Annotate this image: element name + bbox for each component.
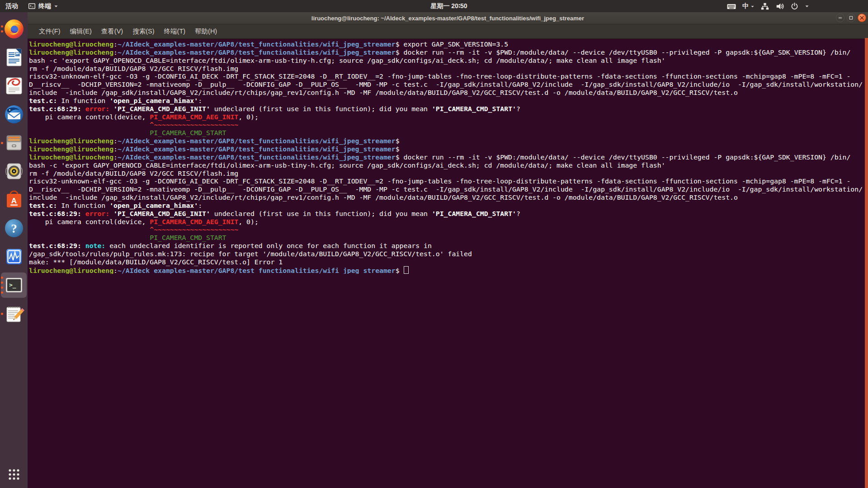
system-monitor-icon (4, 246, 24, 267)
terminal-text-segment: liruocheng@liruocheng (29, 267, 113, 274)
svg-text:A: A (11, 197, 16, 205)
terminal-text-segment: $ (396, 137, 400, 145)
terminal-text-segment: error: (85, 105, 109, 113)
minimize-button[interactable] (836, 14, 844, 22)
terminal-line: pi_camera_control(device, PI_CAMERA_CMD_… (29, 113, 868, 121)
dock-item-files[interactable] (0, 132, 28, 153)
input-method-label: 中 (742, 2, 749, 10)
app-menu[interactable]: 终端 (24, 0, 63, 12)
terminal-text-segment: ? (516, 210, 520, 217)
terminal-text-segment: rm -f /module/data/BUILD/GAP8_V2/GCC_RIS… (29, 169, 238, 177)
terminal-line: pi_camera_control(device, PI_CAMERA_CMD_… (29, 218, 868, 226)
volume-icon[interactable] (775, 2, 784, 11)
terminal-text-segment: 'PI_CAMERA_CMD_AEG_INIT' (113, 105, 210, 113)
terminal-text-segment: 'PI_CAMERA_CMD_START' (432, 210, 516, 217)
dock-item-ubuntu-software[interactable]: A (0, 189, 28, 210)
terminal-text-segment: pi_camera_control(device, (29, 218, 150, 225)
terminal-app-icon (28, 2, 36, 10)
power-icon[interactable] (790, 2, 799, 10)
terminal-text-segment: test.c: (29, 202, 57, 209)
menu-view[interactable]: 查看(V) (97, 26, 127, 37)
terminal-text-segment: ~/AIdeck_examples-master/GAP8/test_funct… (118, 267, 396, 274)
terminal-text-segment: test.c:68:29: (29, 210, 81, 217)
terminal-text-segment: ^~~~~~~~~~~~~~~~~~~~~~ (150, 121, 238, 128)
menu-search[interactable]: 搜索(S) (128, 26, 158, 37)
dock-item-terminal[interactable]: >_ (0, 275, 28, 296)
maximize-button[interactable] (847, 14, 855, 22)
terminal-text-segment: $ (396, 267, 404, 274)
terminal-text-segment: ? (516, 105, 520, 113)
firefox-icon (4, 19, 24, 39)
terminal-line: include -include /gap_sdk/install/GAP8_V… (29, 193, 868, 202)
terminal-text-segment: riscv32-unknown-elf-gcc -O3 -g -DCONFIG_… (29, 72, 850, 80)
terminal-line: make: *** [/module/data/BUILD/GAP8_V2/GC… (29, 258, 868, 266)
terminal-text-segment: /gap_sdk/tools/rules/pulp_rules.mk:173: … (29, 250, 472, 258)
dock-item-libreoffice-writer[interactable] (0, 47, 28, 68)
terminal-text-segment (29, 225, 150, 233)
network-icon[interactable] (760, 2, 769, 11)
show-applications-button[interactable] (8, 468, 20, 481)
chevron-down-icon (54, 4, 58, 9)
clock[interactable]: 星期一 20∶50 (430, 0, 467, 12)
terminal-text-segment: test.c:68:29: (29, 242, 81, 249)
terminal-line: liruocheng@liruocheng:~/AIdeck_examples-… (29, 145, 868, 153)
terminal-line: bash -c 'export GAPY_OPENOCD_CABLE=inter… (29, 161, 868, 169)
dock-item-thunderbird[interactable] (0, 104, 28, 125)
terminal-line: rm -f /module/data/BUILD/GAP8_V2/GCC_RIS… (29, 169, 868, 178)
terminal-text-segment (29, 129, 150, 136)
terminal-line: riscv32-unknown-elf-gcc -O3 -g -DCONFIG_… (29, 72, 868, 80)
menu-terminal[interactable]: 终端(T) (160, 26, 190, 37)
terminal-text-segment: : (198, 202, 202, 209)
help-icon: ? (4, 218, 24, 239)
terminal-line: ^~~~~~~~~~~~~~~~~~~~~~ (29, 121, 868, 129)
svg-text:>_: >_ (9, 282, 16, 289)
scrollbar-thumb[interactable] (865, 38, 868, 488)
terminal-text-segment: D__riscv__ -DCHIP_VERSION=2 -mnativeomp … (29, 185, 863, 193)
input-method-indicator[interactable]: 中 (742, 2, 755, 10)
thunderbird-icon (4, 104, 24, 125)
terminal-text-segment: rm -f /module/data/BUILD/GAP8_V2/GCC_RIS… (29, 65, 238, 72)
terminal-line: test.c:68:29: note: each undeclared iden… (29, 242, 868, 250)
terminal-text-segment: In function (57, 97, 109, 104)
dock-item-system-monitor[interactable] (0, 246, 28, 267)
close-button[interactable] (858, 14, 866, 22)
activities-button[interactable]: 活动 (0, 0, 24, 12)
terminal-line: D__riscv__ -DCHIP_VERSION=2 -mnativeomp … (29, 80, 868, 89)
menu-help[interactable]: 帮助(H) (191, 26, 221, 37)
text-editor-icon (4, 303, 24, 324)
chevron-down-icon[interactable] (805, 4, 809, 9)
running-indicator (1, 132, 3, 153)
terminal-text-segment: In function (57, 202, 109, 209)
terminal-line: test.c: In function 'open_pi_camera_hima… (29, 97, 868, 105)
terminal-line: liruocheng@liruocheng:~/AIdeck_examples-… (29, 48, 868, 56)
terminal-text-segment: $ docker run --rm -it -v $PWD:/module/da… (396, 48, 851, 56)
terminal-text-segment: liruocheng@liruocheng (29, 48, 113, 56)
dock-item-rhythmbox[interactable] (0, 161, 28, 182)
terminal-content[interactable]: liruocheng@liruocheng:~/AIdeck_examples-… (28, 39, 868, 488)
dock-item-firefox[interactable] (0, 19, 28, 39)
keyboard-icon[interactable] (726, 1, 736, 11)
terminal-text-segment (81, 242, 85, 249)
terminal-text-segment: undeclared (first use in this function);… (210, 210, 432, 217)
chevron-down-icon (750, 3, 755, 10)
terminal-text-segment: liruocheng@liruocheng (29, 153, 113, 161)
svg-text:?: ? (11, 222, 17, 235)
terminal-text-segment: pi_camera_control(device, (29, 113, 150, 121)
terminal-text-segment: each undeclared identifier is reported o… (105, 242, 432, 249)
menu-edit[interactable]: 编辑(E) (66, 26, 96, 37)
terminal-text-segment: note: (85, 242, 106, 249)
ubuntu-software-icon: A (4, 189, 24, 210)
title-bar[interactable]: liruocheng@liruocheng: ~/AIdeck_examples… (28, 12, 868, 24)
terminal-text-segment: undeclared (first use in this function);… (210, 105, 432, 113)
dock-item-document-viewer[interactable] (0, 75, 28, 96)
terminal-text-segment (109, 105, 113, 113)
terminal-text-segment: : (113, 40, 118, 48)
dock-item-help[interactable]: ? (0, 218, 28, 239)
terminal-text-segment: bash -c 'export GAPY_OPENOCD_CABLE=inter… (29, 56, 665, 64)
dock-item-text-editor[interactable] (0, 303, 28, 324)
terminal-line: test.c:68:29: error: 'PI_CAMERA_CMD_AEG_… (29, 105, 868, 113)
system-tray[interactable]: 中 (726, 0, 809, 12)
running-indicator (1, 303, 3, 324)
menu-file[interactable]: 文件(F) (35, 26, 65, 37)
terminal-text-segment: liruocheng@liruocheng (29, 145, 113, 153)
